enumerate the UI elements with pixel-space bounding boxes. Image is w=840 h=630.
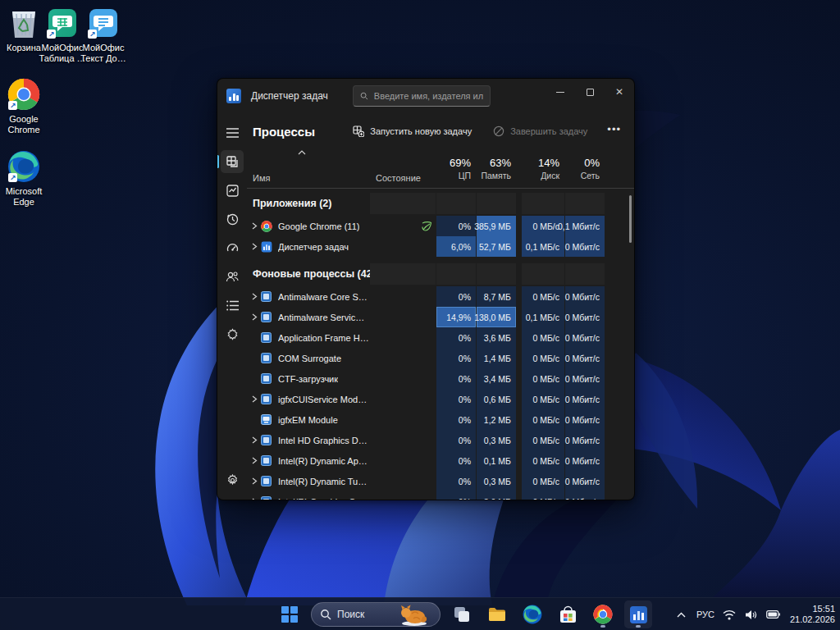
expand-chevron-icon[interactable] (247, 222, 261, 230)
network-cell: 0 Мбит/с (565, 368, 605, 389)
sidebar-item-app-history[interactable] (221, 208, 244, 231)
process-name: Intel(R) Dynamic Tuning Service (278, 477, 369, 486)
process-row[interactable]: Диспетчер задач 6,0% 52,7 МБ 0,1 МБ/с 0 … (247, 236, 634, 257)
page-title: Процессы (253, 125, 315, 139)
column-header-disk[interactable]: 14% Диск (522, 149, 564, 188)
window-titlebar[interactable]: Диспетчер задач Введите имя, издателя ил… (217, 79, 634, 113)
desktop-icon-google-chrome[interactable]: ↗ Google Chrome (0, 78, 49, 135)
expand-chevron-icon[interactable] (247, 313, 261, 321)
end-task-icon (493, 126, 504, 137)
taskbar-search-input[interactable]: Поиск (311, 602, 441, 627)
column-header-status[interactable]: Состояние (370, 149, 436, 188)
memory-cell: 3,6 МБ (477, 327, 516, 348)
sidebar-item-startup-apps[interactable] (221, 236, 244, 259)
end-task-label: Завершить задачу (510, 126, 587, 136)
process-row[interactable]: Intel(R) Dynamic Application L… 0% 0,1 М… (247, 450, 634, 471)
process-name: Antimalware Service Executable (278, 313, 369, 322)
sidebar-item-services[interactable] (221, 322, 244, 345)
process-icon (261, 414, 272, 426)
tray-chevron-up-icon[interactable] (674, 607, 689, 622)
expand-chevron-icon[interactable] (247, 457, 261, 464)
network-cell: 0 Мбит/с (565, 327, 605, 348)
shortcut-arrow-icon: ↗ (8, 173, 17, 182)
maximize-button[interactable] (575, 79, 605, 105)
process-row[interactable]: Google Chrome (11) 0% 385,9 МБ 0 МБ/с 0,… (247, 216, 634, 236)
expand-chevron-icon[interactable] (247, 243, 261, 250)
memory-cell: 3,0 МБ (477, 491, 516, 500)
process-row[interactable]: igfxCUIService Module 0% 0,6 МБ 0 МБ/с 0… (247, 389, 634, 409)
process-row[interactable]: CTF-загрузчик 0% 3,4 МБ 0 МБ/с 0 Мбит/с (247, 368, 634, 389)
process-icon (261, 476, 272, 487)
process-row[interactable]: Intel HD Graphics Drivers for … 0% 0,3 М… (247, 430, 634, 450)
nav-menu-button[interactable] (221, 121, 244, 144)
task-manager-taskbar-button[interactable] (624, 600, 652, 628)
run-new-task-label: Запустить новую задачу (370, 126, 472, 136)
process-search-input[interactable]: Введите имя, издателя или PI... (353, 85, 491, 107)
sidebar-item-users[interactable] (221, 265, 244, 288)
column-header-cpu[interactable]: 69% ЦП (436, 149, 476, 188)
start-button[interactable] (276, 600, 304, 628)
sidebar-item-settings[interactable] (221, 468, 244, 491)
language-indicator[interactable]: РУС (696, 609, 714, 619)
process-group-header[interactable]: Приложения (2) (247, 193, 634, 214)
sidebar-item-performance[interactable] (221, 179, 244, 202)
process-row[interactable]: COM Surrogate 0% 1,4 МБ 0 МБ/с 0 Мбит/с (247, 348, 634, 368)
edge-taskbar-button[interactable] (518, 600, 546, 628)
column-header-name[interactable]: Имя (247, 149, 369, 188)
processes-page: Процессы Запустить новую задачу Завершит… (247, 113, 634, 500)
status-cell (370, 368, 436, 389)
minimize-button[interactable] (546, 79, 575, 105)
sort-ascending-icon (298, 150, 306, 155)
disk-cell: 0 МБ/с (522, 450, 564, 471)
more-options-button[interactable]: ••• (604, 123, 624, 140)
process-group-header[interactable]: Фоновые процессы (42) (247, 263, 634, 285)
desktop-icon-label: Корзина (7, 43, 41, 53)
details-list-icon (226, 300, 239, 311)
file-explorer-button[interactable] (483, 600, 511, 628)
cpu-cell: 6,0% (436, 236, 476, 257)
task-view-button[interactable] (448, 600, 476, 628)
memory-cell: 1,4 МБ (477, 348, 516, 368)
volume-icon[interactable] (744, 607, 759, 622)
close-button[interactable]: ✕ (605, 79, 634, 105)
search-highlight-cat-icon[interactable] (395, 602, 431, 627)
sidebar-item-details[interactable] (221, 294, 244, 317)
process-icon (261, 394, 272, 405)
process-row[interactable]: Application Frame Host 0% 3,6 МБ 0 МБ/с … (247, 327, 634, 348)
chrome-taskbar-button[interactable] (589, 600, 617, 628)
network-cell: 0 Мбит/с (565, 450, 605, 471)
desktop-icon-microsoft-edge[interactable]: ↗ Microsoft Edge (0, 150, 49, 208)
expand-chevron-icon[interactable] (247, 436, 261, 444)
process-row[interactable]: Antimalware Service Executable 14,9% 138… (247, 307, 634, 327)
microsoft-store-button[interactable] (554, 600, 582, 628)
desktop-icon-myoffice-text[interactable]: ↗ МойОфис Текст До… (78, 7, 129, 64)
column-header-memory[interactable]: 63% Память (477, 149, 516, 188)
cpu-cell: 0% (436, 471, 476, 491)
wifi-icon[interactable] (722, 607, 737, 622)
disk-cell: 0 МБ/с (522, 286, 564, 307)
expand-chevron-icon[interactable] (247, 395, 261, 403)
myoffice-text-icon: ↗ (87, 7, 120, 39)
column-header-network[interactable]: 0% Сеть (565, 149, 605, 188)
expand-chevron-icon[interactable] (247, 477, 261, 485)
process-row[interactable]: Intel(R) Dynamic Tuning Service 0% 0,3 М… (247, 471, 634, 491)
chrome-icon (593, 605, 613, 624)
end-task-button[interactable]: Завершить задачу (488, 121, 592, 141)
process-row[interactable]: igfxEM Module 0% 1,2 МБ 0 МБ/с 0 Мбит/с (247, 409, 634, 430)
process-row[interactable]: Antimalware Core Service 0% 8,7 МБ 0 МБ/… (247, 286, 634, 307)
tray-clock[interactable]: 15:51 21.02.2026 (788, 604, 835, 625)
memory-cell: 1,2 МБ (477, 409, 516, 430)
process-row[interactable]: Intel(R) Graphics Command C… 0% 3,0 МБ 0… (247, 491, 634, 500)
cpu-total: 69% (450, 157, 471, 170)
cpu-cell: 0% (436, 491, 476, 500)
cpu-cell: 0% (436, 286, 476, 307)
sidebar-item-processes[interactable] (221, 150, 244, 173)
expand-chevron-icon[interactable] (247, 293, 261, 300)
expand-chevron-icon[interactable] (247, 498, 261, 500)
cpu-cell: 0% (436, 368, 476, 389)
search-icon (320, 609, 331, 620)
scrollbar-thumb[interactable] (629, 195, 632, 243)
run-new-task-button[interactable]: Запустить новую задачу (348, 121, 477, 141)
cpu-cell: 0% (436, 409, 476, 430)
battery-icon[interactable] (766, 607, 781, 622)
